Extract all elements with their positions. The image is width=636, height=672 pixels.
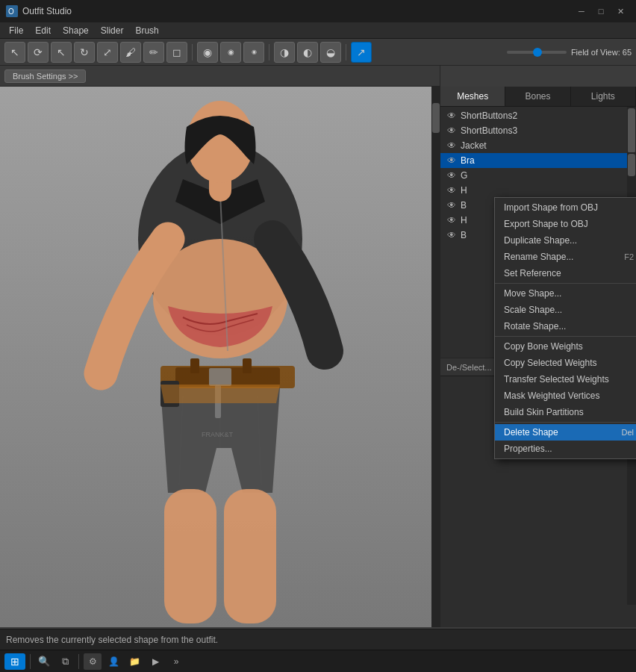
mesh-name: H — [461, 215, 467, 225]
fov-area: Field of View: 65 — [507, 48, 632, 57]
paint-tool[interactable]: ✏ — [143, 42, 164, 63]
svg-rect-13 — [164, 489, 216, 623]
ctx-copy-bone-weights[interactable]: Copy Bone Weights — [495, 338, 636, 355]
mesh-name: Jacket — [461, 140, 487, 151]
ctx-label: Set Reference — [504, 268, 561, 279]
move-tool[interactable]: ↖ — [51, 42, 72, 63]
scale-tool[interactable]: ⤢ — [97, 42, 118, 63]
close-button[interactable]: ✕ — [611, 4, 630, 19]
mesh-item-h[interactable]: 👁 H — [440, 183, 627, 198]
menu-edit[interactable]: Edit — [29, 24, 57, 37]
ctx-sep1 — [495, 283, 636, 284]
statusbar: Removes the currently selected shape fro… — [0, 629, 636, 650]
rotate-tool[interactable]: ↻ — [74, 42, 95, 63]
tool-a[interactable]: ◉ — [197, 42, 218, 63]
maximize-button[interactable]: □ — [591, 4, 611, 19]
eye-icon: 👁 — [446, 125, 457, 136]
ctx-rename-shape[interactable]: Rename Shape... F2 — [495, 249, 636, 265]
ctx-import-shape[interactable]: Import Shape from OBJ — [495, 199, 636, 216]
svg-rect-7 — [209, 368, 231, 386]
svg-rect-9 — [243, 358, 252, 373]
menu-shape[interactable]: Shape — [57, 24, 95, 37]
search-icon[interactable]: 🔍 — [35, 653, 53, 670]
viewport-scrollbar[interactable] — [431, 87, 440, 627]
ctx-build-partitions[interactable]: Build Skin Partitions — [495, 404, 636, 420]
taskbar-app5[interactable]: » — [167, 653, 185, 670]
ctx-label: Move Shape... — [504, 288, 561, 299]
panel-tabs: Meshes Bones Lights — [440, 87, 636, 107]
taskbar-sep — [30, 654, 31, 669]
tab-bones[interactable]: Bones — [505, 87, 570, 106]
eye-icon: 👁 — [446, 170, 457, 181]
ctx-label: Rename Shape... — [504, 252, 573, 262]
eye-icon: 👁 — [446, 200, 457, 211]
scrollbar-thumb — [628, 108, 635, 153]
mesh-item-jacket[interactable]: 👁 Jacket — [440, 138, 627, 153]
fov-label: Field of View: 65 — [571, 48, 632, 57]
taskbar: ⊞ 🔍 ⧉ ⚙ 👤 📁 ▶ » — [0, 650, 636, 672]
ctx-set-reference[interactable]: Set Reference — [495, 265, 636, 281]
ctx-shortcut: Del — [621, 428, 634, 437]
ctx-label: Mask Weighted Vertices — [504, 391, 600, 401]
eye-icon: 👁 — [446, 140, 457, 151]
ctx-delete-shape[interactable]: Delete Shape Del — [495, 424, 636, 441]
erase-tool[interactable]: ◻ — [166, 42, 187, 63]
brush-settings-button[interactable]: Brush Settings >> — [4, 69, 86, 83]
tab-meshes[interactable]: Meshes — [440, 87, 505, 106]
ctx-label: Export Shape to OBJ — [504, 219, 588, 229]
toolbar: ⟳ ↖ ↻ ⤢ 🖌 ✏ ◻ ◉ ◉ ◉ ◑ ◐ ◒ ↗ Field of Vie… — [0, 39, 636, 66]
toolbar-sep1 — [192, 44, 193, 60]
eye-icon: 👁 — [446, 111, 457, 121]
tool-d[interactable]: ◑ — [274, 42, 295, 63]
eye-icon: 👁 — [446, 155, 457, 166]
ctx-scale-shape[interactable]: Scale Shape... — [495, 302, 636, 318]
ctx-label: Build Skin Partitions — [504, 407, 584, 417]
brush-tool[interactable]: 🖌 — [120, 42, 141, 63]
tool-active[interactable]: ↗ — [351, 42, 372, 63]
tab-lights[interactable]: Lights — [571, 87, 636, 106]
ctx-copy-selected-weights[interactable]: Copy Selected Weights — [495, 355, 636, 371]
tool-e[interactable]: ◐ — [297, 42, 318, 63]
viewport[interactable]: FRANK&T — [0, 87, 440, 627]
menu-brush[interactable]: Brush — [129, 24, 164, 37]
mesh-item-shortbuttons3[interactable]: 👁 ShortButtons3 — [440, 123, 627, 138]
tool-f[interactable]: ◒ — [320, 42, 341, 63]
taskbar-app2[interactable]: 👤 — [105, 653, 122, 670]
ctx-sep2 — [495, 336, 636, 337]
main-area: FRANK&T Meshes Bones Lights 👁 ShortButto… — [0, 87, 636, 627]
ctx-mask-weighted[interactable]: Mask Weighted Vertices — [495, 388, 636, 404]
right-scrollbar-thumb — [628, 154, 635, 176]
minimize-button[interactable]: ─ — [572, 4, 591, 19]
ctx-sep3 — [495, 422, 636, 423]
cursor-tool[interactable] — [4, 42, 25, 63]
ctx-properties[interactable]: Properties... — [495, 441, 636, 457]
transform-tool[interactable]: ⟳ — [28, 42, 49, 63]
taskbar-app1[interactable]: ⚙ — [84, 653, 102, 670]
ctx-export-shape[interactable]: Export Shape to OBJ — [495, 216, 636, 232]
ctx-rotate-shape[interactable]: Rotate Shape... — [495, 318, 636, 335]
menu-slider[interactable]: Slider — [95, 24, 130, 37]
taskbar-app3[interactable]: 📁 — [125, 653, 143, 670]
ctx-duplicate-shape[interactable]: Duplicate Shape... — [495, 232, 636, 249]
mesh-item-g[interactable]: 👁 G — [440, 168, 627, 183]
menubar: File Edit Shape Slider Brush — [0, 22, 636, 39]
ctx-label: Delete Shape — [504, 427, 558, 438]
ctx-label: Copy Bone Weights — [504, 341, 583, 352]
mesh-item-shortbuttons2[interactable]: 👁 ShortButtons2 — [440, 108, 627, 123]
window-title: Outfit Studio — [22, 6, 572, 16]
ctx-transfer-selected-weights[interactable]: Transfer Selected Weights — [495, 371, 636, 388]
menu-file[interactable]: File — [3, 24, 29, 37]
mesh-name: ShortButtons2 — [461, 111, 517, 121]
fov-slider[interactable] — [507, 51, 567, 54]
tool-c[interactable]: ◉ — [243, 42, 264, 63]
tool-b[interactable]: ◉ — [220, 42, 241, 63]
ctx-move-shape[interactable]: Move Shape... — [495, 285, 636, 302]
ctx-label: Copy Selected Weights — [504, 358, 597, 368]
mesh-item-bra[interactable]: 👁 Bra — [440, 153, 627, 168]
viewport-background: FRANK&T — [0, 87, 440, 627]
taskview-icon[interactable]: ⧉ — [56, 653, 74, 670]
start-button[interactable]: ⊞ — [4, 653, 25, 670]
taskbar-app4[interactable]: ▶ — [146, 653, 164, 670]
toolbar-sep2 — [269, 44, 269, 60]
mesh-name: G — [461, 170, 467, 181]
